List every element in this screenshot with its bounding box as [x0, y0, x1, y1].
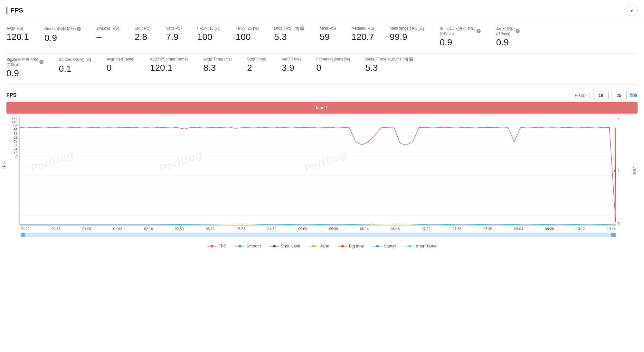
y-left-tick: 49	[14, 139, 17, 143]
metric-var-fps: Var(FPS) 7.9	[166, 26, 182, 42]
chart-section: FPS FPS(>=) 重置 label1 122110988573614937…	[0, 88, 644, 240]
scrollbar-track[interactable]	[21, 233, 616, 237]
metric-value-var-ftime: 3.9	[282, 63, 294, 73]
legend-item-big-jank: BigJank	[338, 244, 364, 248]
metric-var-ftime: Var(FTime) 3.9	[282, 57, 301, 73]
bottom-spacer	[0, 250, 644, 263]
metric-label-avg-fps: Avg(FPS)	[6, 26, 23, 31]
y-right-tick: 0	[618, 222, 620, 226]
x-tick: 02:16	[144, 227, 153, 231]
metric-avg-fps-interframe: Avg(FPS+InterFrame) 120.1	[150, 57, 188, 73]
y-axis-left: 12211098857361493724120	[6, 116, 19, 159]
metric-median-fps: Median(FPS) 120.7	[351, 26, 374, 42]
metric-value-avg-interframe: 0	[107, 63, 112, 73]
metrics-row-1: Avg(FPS) 120.1 Smooth(稳帧指数) ? 0.9 1%Low(…	[6, 26, 638, 50]
chart-area: 12211098857361493724120 PerfDog PerfDog …	[6, 116, 638, 226]
legend-label-small-jank: SmallJank	[281, 244, 300, 248]
dropdown-button[interactable]: ▾	[626, 5, 638, 16]
metric-value-avg-fps: 120.1	[6, 32, 29, 42]
fps-gte-label: FPS(>=)	[575, 93, 591, 98]
metric-label-median-fps: Median(FPS)	[351, 26, 374, 31]
chart-title: FPS	[6, 92, 16, 98]
x-tick: 08:30	[483, 227, 492, 231]
legend-label-fps: FPS	[218, 244, 226, 248]
metric-delta-ftime: Delta(FTime)>100ms [/h] ? 5.3	[365, 57, 413, 73]
metric-value-fps25: 100	[236, 32, 251, 42]
legend-label-stutter: Stutter	[384, 244, 396, 248]
scrollbar-right-handle[interactable]	[611, 233, 616, 237]
y-left-tick: 73	[14, 132, 17, 135]
legend-item-small-jank: SmallJank	[270, 244, 300, 248]
y-left-tick: 12	[14, 151, 17, 155]
fps18-input[interactable]	[593, 91, 609, 99]
metric-value-median-fps: 120.7	[351, 32, 374, 42]
metric-value-var-fps: 7.9	[166, 32, 178, 42]
x-tick: 09:38	[545, 227, 554, 231]
metric-label-avg-ftime: Avg(FTime) [ms]	[203, 57, 232, 61]
chart-svg	[20, 116, 616, 225]
header: FPS ▾	[0, 0, 644, 21]
x-tick: 09:04	[514, 227, 523, 231]
metric-label-var-fps: Var(FPS)	[166, 26, 182, 31]
y-left-tick: 122	[12, 116, 17, 120]
help-icon-small-jank[interactable]: ?	[477, 29, 481, 33]
metric-label-fps18: FPS>=18 [%]	[197, 26, 220, 31]
help-icon-delta-ftime[interactable]: ?	[409, 57, 413, 61]
legend-item-jank: Jank	[309, 244, 329, 248]
x-tick: 02:50	[175, 227, 184, 231]
y-right-tick: 1	[618, 169, 620, 173]
page-title: FPS	[6, 7, 23, 14]
metric-drop-fps: Drop(FPS) [/h] ? 5.3	[274, 26, 304, 42]
metric-value-std-ftime: 2	[247, 63, 252, 73]
x-tick: 04:32	[268, 227, 277, 231]
metric-label-ftime100: FTime>=100ms [%]	[316, 57, 350, 61]
metric-value-std-fps: 2.8	[135, 32, 147, 42]
help-icon-big-jank[interactable]: ?	[39, 60, 43, 64]
x-tick: 05:40	[329, 227, 338, 231]
legend-item-interframe: InterFrame	[405, 244, 437, 248]
metric-value-ftime100: 0	[316, 63, 321, 73]
metric-value-delta-ftime: 5.3	[365, 63, 378, 73]
metric-ftime100: FTime>=100ms [%] 0	[316, 57, 350, 73]
legend-label-jank: Jank	[320, 244, 329, 248]
metric-fps25: FPS>=25 [%] 100	[236, 26, 259, 42]
metric-label-min-fps: Min(FPS)	[320, 26, 336, 31]
fps25-input[interactable]	[611, 91, 627, 99]
help-icon-drop-fps[interactable]: ?	[300, 26, 304, 31]
x-tick: 06:48	[391, 227, 400, 231]
metric-label-std-ftime: Std(FTime)	[247, 57, 266, 61]
legend-line-stutter	[373, 246, 382, 246]
y-left-tick: 85	[14, 128, 17, 132]
x-tick: 01:42	[113, 227, 122, 231]
help-icon-jank[interactable]: ?	[516, 29, 520, 33]
metric-label-var-ftime: Var(FTime)	[282, 57, 301, 61]
metric-avg-ftime: Avg(FTime) [ms] 8.3	[203, 57, 232, 73]
metric-value-smooth: 0.9	[44, 33, 57, 43]
chevron-down-icon: ▾	[630, 7, 633, 14]
metric-medrange-fps: MedRange(FPS)[%] 99.9	[390, 26, 424, 42]
metric-value-min-fps: 59	[320, 32, 330, 42]
legend-item-smooth: Smooth	[235, 244, 261, 248]
x-tick: 07:56	[452, 227, 461, 231]
legend-line-small-jank	[270, 246, 279, 246]
x-tick: 00:00	[21, 227, 30, 231]
metric-label-smooth: Smooth(稳帧指数) ?	[44, 26, 81, 32]
help-icon-smooth[interactable]: ?	[77, 27, 81, 31]
legend: FPS Smooth SmallJank Jank BigJank Stutte…	[0, 240, 644, 250]
divider-1	[6, 53, 638, 54]
metric-label-stutter: Stutter(卡顿率) [%]	[59, 57, 91, 62]
legend-label-big-jank: BigJank	[349, 244, 364, 248]
reset-button[interactable]: 重置	[629, 92, 638, 98]
y-left-tick: 24	[14, 147, 17, 151]
metrics-row-2: BigJank(严重卡顿)(/10min) ? 0.9 Stutter(卡顿率)…	[6, 57, 638, 81]
legend-label-smooth: Smooth	[246, 244, 261, 248]
metric-small-jank: SmallJank(微小卡顿)(/10min) ? 0.9	[440, 26, 480, 48]
legend-item-fps: FPS	[207, 244, 226, 248]
metric-label-jank: Jank(卡顿)(/10min) ?	[496, 26, 520, 36]
divider-2	[6, 84, 638, 85]
metric-avg-interframe: Avg(InterFrame) 0	[107, 57, 135, 73]
legend-line-interframe	[405, 246, 414, 246]
metric-value-one-pct-low: –	[96, 32, 101, 42]
x-tick: 10:12	[576, 227, 585, 231]
scrollbar-left-handle[interactable]	[21, 233, 25, 237]
